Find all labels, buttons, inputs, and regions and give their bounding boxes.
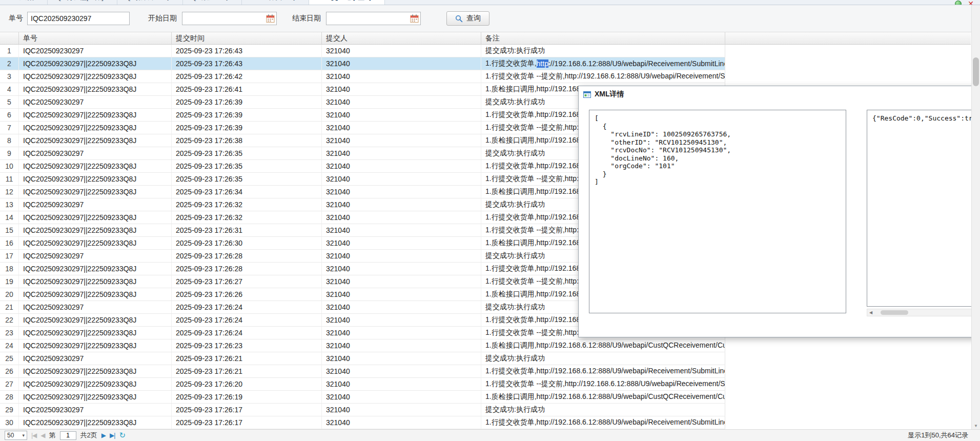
doc-no: IQC202509230297||222509233Q8J xyxy=(19,122,172,134)
xml-window-icon xyxy=(583,91,591,98)
row-number: 22 xyxy=(0,314,19,326)
submit-time: 2025-09-23 17:26:19 xyxy=(172,391,322,403)
last-page-button[interactable]: ▶| xyxy=(110,432,115,439)
xml-detail-title-bar[interactable]: XML详情 xyxy=(579,86,977,103)
query-button[interactable]: 查询 xyxy=(446,11,489,26)
tab-label: IQC待检输[台账] xyxy=(54,0,103,2)
remark: 1.质检接口调用,http://192.168.6.12:888/U9/weba… xyxy=(481,339,725,352)
prev-page-button[interactable]: ◀ xyxy=(40,432,45,439)
first-page-button[interactable]: |◀ xyxy=(31,432,36,439)
header-rownum xyxy=(0,32,19,44)
tab-close-icon[interactable]: × xyxy=(107,0,110,1)
row-number: 6 xyxy=(0,109,19,121)
table-row[interactable]: 3IQC202509230297||222509233Q8J2025-09-23… xyxy=(0,70,725,83)
start-date-input[interactable] xyxy=(182,12,277,25)
vertical-scrollbar[interactable]: ▼ xyxy=(971,5,980,429)
response-horizontal-scrollbar[interactable]: ◀ xyxy=(867,309,977,316)
tab-2[interactable]: IQC报表单查询× xyxy=(117,0,183,5)
doc-no: IQC202509230297||222509233Q8J xyxy=(19,365,172,377)
xml-request-textarea[interactable]: [ { "rcvLineID": 1002509265763756, "othe… xyxy=(589,110,846,313)
tab-0[interactable]: ⌂我的桌面 xyxy=(0,0,48,5)
row-number: 11 xyxy=(0,173,19,185)
tab-4[interactable]: 电子元件类查询× xyxy=(242,0,309,5)
submitter: 321040 xyxy=(322,147,481,159)
page-label-suffix: 共2页 xyxy=(80,431,97,440)
table-row[interactable]: 2IQC202509230297||222509233Q8J2025-09-23… xyxy=(0,57,725,70)
submit-time: 2025-09-23 17:26:35 xyxy=(172,160,322,172)
docno-input[interactable] xyxy=(27,12,130,25)
doc-no: IQC202509230297 xyxy=(19,96,172,108)
doc-no: IQC202509230297||222509233Q8J xyxy=(19,416,172,429)
submit-time: 2025-09-23 17:26:21 xyxy=(172,365,322,377)
remark: 1.质检接口调用,http://192.168.6.12:888/U9/weba… xyxy=(481,391,725,403)
tab-1[interactable]: IQC待检输[台账]× xyxy=(48,0,117,5)
doc-no: IQC202509230297||222509233Q8J xyxy=(19,237,172,249)
row-number: 17 xyxy=(0,250,19,262)
submit-time: 2025-09-23 17:26:20 xyxy=(172,378,322,390)
header-user[interactable]: 提交人 xyxy=(322,32,481,44)
table-row[interactable]: 26IQC202509230297||222509233Q8J2025-09-2… xyxy=(0,365,725,378)
tab-close-icon[interactable]: × xyxy=(172,0,176,1)
end-date-input[interactable] xyxy=(326,12,421,25)
table-row[interactable]: 29IQC2025092302972025-09-23 17:26:173210… xyxy=(0,404,725,416)
submitter: 321040 xyxy=(322,391,481,403)
submitter: 321040 xyxy=(322,365,481,377)
doc-no: IQC202509230297 xyxy=(19,404,172,416)
row-number: 25 xyxy=(0,352,19,365)
record-count-info: 显示1到50,共64记录 xyxy=(908,431,975,440)
start-date-label: 开始日期 xyxy=(148,14,177,23)
scroll-left-icon[interactable]: ◀ xyxy=(867,310,874,315)
submitter: 321040 xyxy=(322,339,481,352)
table-row[interactable]: 27IQC202509230297||222509233Q8J2025-09-2… xyxy=(0,378,725,391)
row-number: 9 xyxy=(0,147,19,159)
table-row[interactable]: 24IQC202509230297||222509233Q8J2025-09-2… xyxy=(0,339,725,352)
xml-detail-dialog: XML详情 [ { "rcvLineID": 1002509265763756,… xyxy=(578,86,978,337)
refresh-icon[interactable]: ↻ xyxy=(119,431,126,440)
header-remark[interactable]: 备注 xyxy=(481,32,725,44)
scrollbar-thumb[interactable] xyxy=(881,310,908,315)
submitter: 321040 xyxy=(322,224,481,236)
remark: 1.行提交收货单,http://192.168.6.12:888/U9/weba… xyxy=(481,57,725,70)
calendar-icon[interactable] xyxy=(410,14,419,23)
page-size-select[interactable]: 50 ▾ xyxy=(5,431,27,440)
start-date-wrap xyxy=(182,12,277,25)
submit-time: 2025-09-23 17:26:32 xyxy=(172,211,322,224)
tab-5[interactable]: ERP 交互记录查询× xyxy=(309,0,385,5)
submitter: 321040 xyxy=(322,57,481,70)
submitter: 321040 xyxy=(322,160,481,172)
doc-no: IQC202509230297||222509233Q8J xyxy=(19,339,172,352)
tab-close-icon[interactable]: × xyxy=(231,0,235,1)
table-row[interactable]: 25IQC2025092302972025-09-23 17:26:213210… xyxy=(0,352,725,365)
submitter: 321040 xyxy=(322,109,481,121)
tab-3[interactable]: IQC数据查询× xyxy=(183,0,242,5)
skin-icon[interactable] xyxy=(955,1,962,5)
search-icon xyxy=(455,15,463,23)
header-time[interactable]: 提交时间 xyxy=(172,32,322,44)
remark: 1.行提交收货单 --提交前,http://192.168.6.12:888/U… xyxy=(481,70,725,83)
docno-label: 单号 xyxy=(9,14,23,23)
table-row[interactable]: 30IQC202509230297||222509233Q8J2025-09-2… xyxy=(0,416,725,429)
table-row[interactable]: 28IQC202509230297||222509233Q8J2025-09-2… xyxy=(0,391,725,404)
doc-no: IQC202509230297||222509233Q8J xyxy=(19,288,172,300)
table-row[interactable]: 1IQC2025092302972025-09-23 17:26:4332104… xyxy=(0,45,725,57)
row-number: 15 xyxy=(0,224,19,236)
next-page-button[interactable]: ▶ xyxy=(101,432,106,439)
page-size-value: 50 xyxy=(7,432,14,439)
submitter: 321040 xyxy=(322,173,481,185)
row-number: 1 xyxy=(0,45,19,57)
tab-close-icon[interactable]: × xyxy=(374,0,378,1)
doc-no: IQC202509230297||222509233Q8J xyxy=(19,263,172,275)
page-number-input[interactable] xyxy=(60,431,76,440)
submit-time: 2025-09-23 17:26:17 xyxy=(172,416,322,429)
scroll-down-icon[interactable]: ▼ xyxy=(972,424,980,428)
xml-response-textarea[interactable]: {"ResCode":0,"Success":true,"Re xyxy=(867,110,977,307)
calendar-icon[interactable] xyxy=(266,14,275,23)
submit-time: 2025-09-23 17:26:24 xyxy=(172,301,322,313)
close-all-icon[interactable]: ✕ xyxy=(968,1,974,5)
header-docno[interactable]: 单号 xyxy=(19,32,172,44)
submitter: 321040 xyxy=(322,327,481,339)
scrollbar-thumb[interactable] xyxy=(973,57,979,86)
tab-close-icon[interactable]: × xyxy=(298,0,302,1)
row-number: 30 xyxy=(0,416,19,429)
doc-no: IQC202509230297 xyxy=(19,250,172,262)
